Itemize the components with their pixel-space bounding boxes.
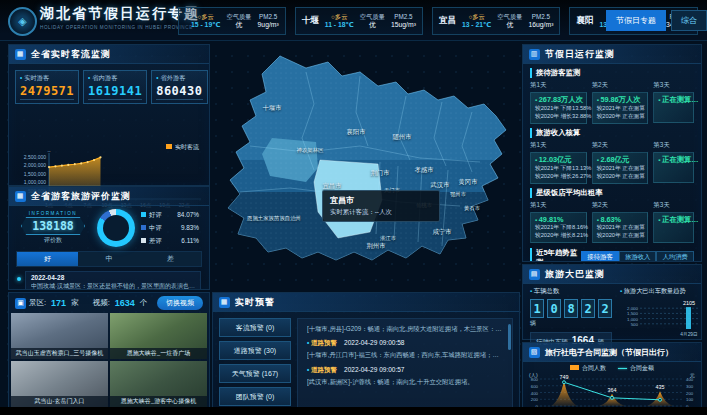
panel-title: 全省实时客流监测: [31, 48, 111, 61]
bus-icon: ▤: [529, 269, 540, 280]
weather-city: 宜昌: [439, 15, 456, 27]
video-feed[interactable]: 恩施大峡谷_游客中心摄像机: [110, 361, 207, 407]
panel-title: 全省游客旅游评价监测: [31, 190, 131, 203]
video-panel-header: ▣ 景区: 171 家 视频: 1634 个 切换视频: [9, 293, 209, 313]
svg-text:200: 200: [686, 391, 694, 396]
svg-text:600: 600: [531, 384, 539, 389]
svg-text:1,500: 1,500: [627, 311, 639, 316]
alert-text: [武汉市,新洲区]-沪蓉线：畅通；南向北,十升立交附近拥堵。: [307, 377, 503, 386]
pm-label: PM2.5: [259, 13, 277, 21]
svg-text:749: 749: [560, 374, 569, 380]
alert-cat-team[interactable]: 团队预警 (0): [219, 387, 291, 406]
day-block: 第1天 49.81% 较2021年 下降8.16% 较2020年 增长8.21%: [530, 200, 587, 243]
grid-icon: ▦: [15, 191, 26, 202]
review-count-display: 138188: [21, 217, 85, 235]
tab-medium[interactable]: 中: [78, 252, 139, 266]
svg-text:200: 200: [531, 397, 539, 402]
nav-holiday-button[interactable]: 节假日专题: [606, 10, 666, 31]
nav-overview-button[interactable]: 综合: [671, 10, 707, 31]
svg-text:0: 0: [536, 404, 539, 407]
legend-swatch-icon: [141, 212, 146, 217]
hubei-map[interactable]: 十堰市 神农架林区 襄阳市 随州市 荆门市 孝感市 武汉市 黄冈市 恩施土家族苗…: [210, 42, 520, 290]
axis-unit-left: (人): [529, 372, 538, 379]
day-value: 8.63%: [597, 215, 644, 224]
weather-city: 襄阳: [576, 15, 593, 27]
day-block: 第2天 2.68亿元 较2021年 正在测算 较2020年 正在测算: [592, 140, 649, 184]
weather-card: ○多云15 - 19℃ 空气质量优 PM2.59ug/m³: [178, 7, 286, 35]
review-donut-chart: [97, 209, 135, 247]
alert-cat-passenger[interactable]: 客流预警 (0): [219, 318, 291, 337]
bus-body: 车辆总数 1 0 8 2 2 辆 行驶中车辆 1664 辆 旅游大巴出车数量趋势…: [523, 284, 701, 350]
map-label-jingzhou: 荆州市: [366, 242, 385, 251]
contract-body: 合同人数 合同金额 (人) 元 002001004002006003008004…: [523, 362, 701, 407]
weather-temp: 11 - 18℃: [325, 21, 354, 30]
map-label-huanggang: 黄冈市: [458, 178, 477, 187]
video-feed[interactable]: 武当山玉虚宫检票口_三号摄像机: [11, 313, 108, 359]
scenic-label: 景区:: [29, 298, 46, 308]
weather-cond: ○多云: [198, 13, 214, 21]
page-title: 湖北省节假日运行专题: [40, 5, 200, 23]
weather-cond: ○多云: [468, 13, 484, 21]
svg-text:1,000,000: 1,000,000: [24, 179, 46, 185]
panel-title: 旅行社电子合同监测（节假日出行）: [545, 347, 673, 358]
legend-swatch-icon: [618, 368, 627, 369]
map-label-wuhan: 武汉市: [430, 181, 449, 190]
day-value: 正在测算…: [658, 215, 689, 225]
grid-icon: ▦: [15, 49, 26, 60]
video-feed[interactable]: 武当山-玄岳门入口: [11, 361, 108, 407]
flow-stats: •实时游客 2479571 •省内游客 1619141 •省外游客 860430: [9, 64, 209, 106]
day-block: 第2天 59.86万人次 较2021年 正在测算 较2020年 正在测算: [592, 80, 649, 124]
holiday-panel: ▥ 节假日运行监测 接待游客监测 第1天 267.83万人次 较2021年 下降…: [522, 44, 702, 262]
legend-swatch-icon: [570, 365, 579, 370]
svg-text:2105: 2105: [683, 300, 695, 306]
legend-swatch-icon: [141, 225, 146, 230]
day-value: 正在测算…: [658, 95, 689, 105]
review-summary-row: INFORMATION 138188 评价数 好评84.07% 中评9.83% …: [9, 206, 209, 248]
map-label-qianjiang: 潜江市: [380, 235, 396, 242]
review-date: 2022-04-28: [31, 274, 195, 281]
section-hotel: 星级饭店平均出租率 第1天 49.81% 较2021年 下降8.16% 较202…: [523, 188, 701, 243]
day-block: 第3天 正在测算…: [653, 140, 694, 184]
trend-tab-revenue[interactable]: 旅游收入: [619, 251, 657, 262]
day-value: 12.03亿元: [535, 155, 582, 165]
top-nav: 节假日专题 综合: [606, 10, 707, 31]
review-legend: 好评84.07% 中评9.83% 差评6.11%: [141, 211, 203, 246]
map-label-suizhou: 随州市: [392, 133, 411, 142]
map-label-huangshi: 黄石市: [464, 205, 480, 212]
bullet-icon: •: [88, 74, 90, 81]
trend-header: 近5年趋势监测 接待游客 旅游收入 人均消费: [523, 248, 701, 262]
header: ◈ 湖北省节假日运行专题 HOLIDAY OPERATION MONITORIN…: [0, 0, 707, 41]
alert-cat-road[interactable]: 道路预警 (30): [219, 341, 291, 360]
svg-text:2,000,000: 2,000,000: [24, 162, 46, 168]
contract-chart: 002001004002006003008004007492022-01-013…: [526, 373, 698, 407]
video-feed[interactable]: 恩施大峡谷_一炷香广场: [110, 313, 207, 359]
stat-value: 2479571: [20, 84, 74, 100]
panel-title-bar: ▦ 全省游客旅游评价监测: [9, 187, 209, 206]
title-block: 湖北省节假日运行专题 HOLIDAY OPERATION MONITORING …: [40, 5, 200, 30]
tab-bad[interactable]: 差: [140, 252, 201, 266]
alerts-body: 客流预警 (0) 道路预警 (30) 天气预警 (167) 团队预警 (0) 灾…: [213, 312, 519, 407]
aqi-label: 空气质量: [226, 13, 251, 21]
switch-video-button[interactable]: 切换视频: [157, 296, 203, 310]
day-value: 59.86万人次: [597, 95, 644, 105]
stat-value: 1619141: [88, 84, 142, 100]
aqi-label: 空气质量: [360, 13, 385, 21]
map-label-shiyan: 十堰市: [262, 104, 281, 113]
tab-good[interactable]: 好: [17, 252, 78, 266]
weather-card: 十堰 ○多云11 - 18℃ 空气质量优 PM2.515ug/m³: [295, 7, 423, 35]
tooltip-city: 宜昌市: [330, 195, 432, 206]
trend-tab-spending[interactable]: 人均消费: [656, 251, 694, 262]
day-block: 第2天 8.63% 较2021年 正在测算 较2020年 正在测算: [592, 200, 649, 243]
day-value: 49.81%: [535, 215, 582, 224]
alert-scrollbar[interactable]: [508, 324, 511, 350]
trend-tab-visitors[interactable]: 接待游客: [581, 251, 619, 262]
section-revenue: 旅游收入核算 第1天 12.03亿元 较2021年 下降13.13% 较2020…: [523, 128, 701, 184]
alert-text: [十堰市,房县]-G209：畅通；南向北,房陵大道附近拥堵，木兰景区：房县观音洞…: [307, 324, 503, 333]
bus-trend-chart: 5001,0001,5002,00021054月29日: [620, 296, 704, 336]
alert-cat-weather[interactable]: 天气预警 (167): [219, 364, 291, 383]
alerts-panel: ▦ 实时预警 客流预警 (0) 道路预警 (30) 天气预警 (167) 团队预…: [212, 292, 520, 407]
weather-temp: 13 - 21℃: [462, 21, 491, 30]
contract-legend: 合同人数 合同金额: [526, 364, 698, 373]
svg-text:435: 435: [656, 384, 665, 390]
svg-text:ʌ: ʌ: [48, 151, 51, 153]
